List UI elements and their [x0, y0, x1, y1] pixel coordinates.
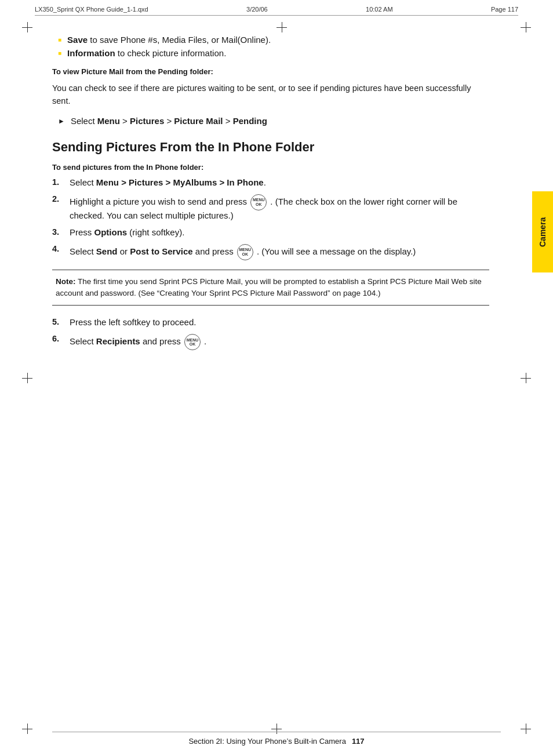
bullet-list: Save to save Phone #s, Media Files, or M…: [52, 35, 489, 58]
step-4-text: Select Send or Post to Service and press…: [70, 244, 416, 260]
step-3-text: Press Options (right softkey).: [70, 227, 184, 237]
step-5-num: 5.: [52, 317, 70, 326]
pending-arrow-item: ► Select Menu > Pictures > Picture Mail …: [52, 116, 489, 126]
step-6: 6. Select Recipients and press MENU OK .: [52, 334, 489, 350]
registration-mark-tr: [521, 22, 531, 32]
bullet-text-information: Information to check picture information…: [67, 48, 226, 58]
step-3: 3. Press Options (right softkey).: [52, 227, 489, 237]
step-1-num: 1.: [52, 177, 70, 187]
numbered-steps-5-6: 5. Press the left softkey to proceed. 6.…: [52, 317, 489, 350]
registration-mark-bl: [22, 724, 32, 734]
bullet-item-information: Information to check picture information…: [52, 48, 489, 58]
step-4: 4. Select Send or Post to Service and pr…: [52, 244, 489, 260]
bullet-item-save: Save to save Phone #s, Media Files, or M…: [52, 35, 489, 45]
section-heading: Sending Pictures From the In Phone Folde…: [52, 140, 489, 155]
page-footer: Section 2I: Using Your Phone’s Built-in …: [52, 732, 501, 746]
crosshair-right: [521, 373, 531, 383]
note-text: The first time you send Sprint PCS Pictu…: [56, 277, 482, 297]
step-6-num: 6.: [52, 334, 70, 343]
step-2-text: Highlight a picture you wish to send and…: [70, 194, 489, 220]
page-header: LX350_Sprint QX Phone Guide_1-1.qxd 3/20…: [35, 6, 518, 16]
pending-arrow-text: Select Menu > Pictures > Picture Mail > …: [71, 116, 267, 126]
step-5: 5. Press the left softkey to proceed.: [52, 317, 489, 327]
step-2-num: 2.: [52, 194, 70, 203]
step-4-num: 4.: [52, 244, 70, 253]
step-2: 2. Highlight a picture you wish to send …: [52, 194, 489, 220]
crosshair-left: [22, 373, 32, 383]
header-page: Page 117: [491, 6, 518, 13]
registration-mark-tl: [22, 22, 32, 32]
arrow-icon: ►: [58, 117, 65, 125]
note-box: Note: The first time you send Sprint PCS…: [52, 270, 489, 306]
header-date: 3/20/06: [246, 6, 268, 13]
header-time: 10:02 AM: [366, 6, 392, 13]
menu-ok-icon-2: MENU OK: [250, 194, 267, 210]
step-5-text: Press the left softkey to proceed.: [70, 317, 196, 327]
page-content: Save to save Phone #s, Media Files, or M…: [52, 35, 489, 710]
inphone-section-label: To send pictures from the In Phone folde…: [52, 163, 489, 172]
step-6-text: Select Recipients and press MENU OK .: [70, 334, 206, 350]
bullet-text-save: Save to save Phone #s, Media Files, or M…: [67, 35, 271, 45]
header-filename: LX350_Sprint QX Phone Guide_1-1.qxd: [35, 6, 148, 13]
step-1-text: Select Menu > Pictures > MyAlbums > In P…: [70, 177, 266, 187]
footer-page-num: 117: [352, 737, 365, 746]
menu-ok-icon-4: MENU OK: [237, 244, 253, 260]
note-label: Note:: [56, 277, 76, 286]
step-3-num: 3.: [52, 227, 70, 237]
camera-tab: Camera: [532, 191, 553, 272]
footer-section-text: Section 2I: Using Your Phone’s Built-in …: [188, 737, 345, 746]
registration-mark-br: [521, 724, 531, 734]
numbered-steps-1-4: 1. Select Menu > Pictures > MyAlbums > I…: [52, 177, 489, 260]
menu-ok-icon-6: MENU OK: [184, 334, 201, 350]
pending-body-text: You can check to see if there are pictur…: [52, 82, 489, 108]
step-1: 1. Select Menu > Pictures > MyAlbums > I…: [52, 177, 489, 187]
pending-section-label: To view Picture Mail from the Pending fo…: [52, 67, 489, 76]
